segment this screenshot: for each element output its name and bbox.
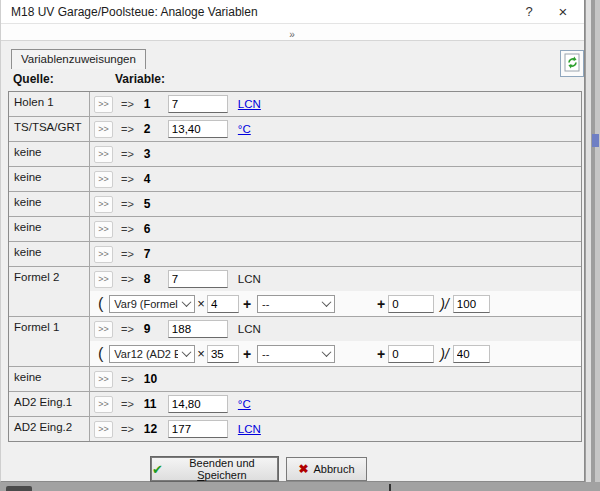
unit-link[interactable]: °C <box>238 398 251 410</box>
formula-variable-select[interactable]: Var9 (Formel 1 <box>109 295 195 313</box>
variable-number: 2 <box>144 122 166 136</box>
refresh-icon <box>564 53 581 75</box>
variable-number: 6 <box>144 222 166 236</box>
value-input[interactable] <box>168 270 228 288</box>
formula-row: ( Var12 (AD2 Ei × + -- + )/ <box>90 341 581 366</box>
row-expand-button[interactable]: >> <box>94 196 113 213</box>
row-expand-button[interactable]: >> <box>94 96 113 113</box>
row-expand-button[interactable]: >> <box>94 371 113 388</box>
source-label: keine <box>9 217 90 241</box>
table-row: keine >> => 5 <box>9 192 581 217</box>
assign-arrow: => <box>121 98 134 110</box>
source-label: keine <box>9 367 90 391</box>
factor-input[interactable] <box>207 295 239 313</box>
variable-number: 1 <box>144 97 166 111</box>
row-expand-button[interactable]: >> <box>94 146 113 163</box>
open-paren: ( <box>98 295 103 313</box>
help-button[interactable]: ? <box>512 0 546 23</box>
unit-link[interactable]: LCN <box>238 423 261 435</box>
row-expand-button[interactable]: >> <box>94 246 113 263</box>
source-label: keine <box>9 192 90 216</box>
collapsed-panel-bar: » <box>1 24 584 41</box>
table-row: Holen 1 >> => 1 LCN <box>9 92 581 117</box>
formula-variable-select[interactable]: Var12 (AD2 Ei <box>109 345 195 363</box>
cancel-button-label: Abbruch <box>314 463 355 475</box>
background-bottom-strip <box>0 482 600 491</box>
variable-number: 5 <box>144 197 166 211</box>
save-button-label: Beenden und Speichern <box>167 457 277 481</box>
variable-number: 3 <box>144 147 166 161</box>
formula-variable2-select[interactable]: -- <box>257 345 335 363</box>
open-paren: ( <box>98 345 103 363</box>
chevron-down-icon <box>182 347 192 357</box>
value-input[interactable] <box>168 395 228 413</box>
background-artifact <box>592 134 599 147</box>
background-artifact <box>389 484 391 491</box>
source-label: Formel 2 <box>9 267 90 316</box>
table-row: keine >> => 7 <box>9 242 581 267</box>
save-and-exit-button[interactable]: ✔ Beenden und Speichern <box>151 457 278 481</box>
divisor-input[interactable] <box>453 295 490 313</box>
close-paren-divide: )/ <box>440 346 449 362</box>
value-input[interactable] <box>168 320 228 338</box>
titlebar: M18 UV Garage/Poolsteue: Analoge Variabl… <box>1 0 584 24</box>
assign-arrow: => <box>121 123 134 135</box>
close-icon[interactable]: × <box>546 0 580 23</box>
cancel-button[interactable]: ✖ Abbruch <box>286 457 367 481</box>
formula-variable2-select[interactable]: -- <box>257 295 335 313</box>
unit-link[interactable]: LCN <box>238 98 261 110</box>
source-label: keine <box>9 242 90 266</box>
formula-row: ( Var9 (Formel 1 × + -- + )/ <box>90 291 581 316</box>
value-input[interactable] <box>168 95 228 113</box>
variable-number: 12 <box>144 422 166 436</box>
column-header-quelle: Quelle: <box>13 72 54 86</box>
row-expand-button[interactable]: >> <box>94 421 113 438</box>
chevron-down-icon <box>322 297 332 307</box>
x-icon: ✖ <box>298 462 308 476</box>
plus-operator: + <box>243 296 251 312</box>
assign-arrow: => <box>121 173 134 185</box>
variable-number: 4 <box>144 172 166 186</box>
table-row: keine >> => 10 <box>9 367 581 392</box>
table-row: AD2 Eing.1 >> => 11 °C <box>9 392 581 417</box>
table-row: keine >> => 3 <box>9 142 581 167</box>
tab-variablenzuweisungen[interactable]: Variablenzuweisungen <box>11 49 146 69</box>
variable-number: 8 <box>144 272 166 286</box>
row-expand-button[interactable]: >> <box>94 121 113 138</box>
source-label: AD2 Eing.1 <box>9 392 90 416</box>
multiply-operator: × <box>197 296 205 311</box>
unit-link[interactable]: °C <box>238 123 251 135</box>
assign-arrow: => <box>121 423 134 435</box>
table-row: Formel 2 >> => 8 LCN ( Var9 (Formel 1 × … <box>9 267 581 317</box>
row-expand-button[interactable]: >> <box>94 171 113 188</box>
screen: M18 UV Garage/Poolsteue: Analoge Variabl… <box>0 0 600 491</box>
variable-number: 10 <box>144 372 166 386</box>
assign-arrow: => <box>121 323 134 335</box>
variable-number: 9 <box>144 322 166 336</box>
panel-expander-button[interactable]: » <box>279 27 306 42</box>
assign-arrow: => <box>121 273 134 285</box>
factor-input[interactable] <box>207 345 239 363</box>
source-label: AD2 Eing.2 <box>9 417 90 441</box>
table-row: TS/TSA/GRT >> => 2 °C <box>9 117 581 142</box>
refresh-button[interactable] <box>560 50 584 77</box>
source-label: Formel 1 <box>9 317 90 366</box>
row-expand-button[interactable]: >> <box>94 271 113 288</box>
row-expand-button[interactable]: >> <box>94 321 113 338</box>
value-input[interactable] <box>168 420 228 438</box>
chevron-down-icon <box>322 347 332 357</box>
column-header-variable: Variable: <box>115 72 165 86</box>
close-paren-divide: )/ <box>440 296 449 312</box>
offset-input[interactable] <box>388 295 434 313</box>
row-expand-button[interactable]: >> <box>94 221 113 238</box>
rows-container: Holen 1 >> => 1 LCN TS/TSA/GRT >> => 2 °… <box>8 91 582 442</box>
offset-input[interactable] <box>388 345 434 363</box>
divisor-input[interactable] <box>453 345 490 363</box>
assign-arrow: => <box>121 223 134 235</box>
variable-number: 11 <box>144 397 166 411</box>
table-row: Formel 1 >> => 9 LCN ( Var12 (AD2 Ei × +… <box>9 317 581 367</box>
source-label: keine <box>9 167 90 191</box>
variable-number: 7 <box>144 247 166 261</box>
value-input[interactable] <box>168 120 228 138</box>
row-expand-button[interactable]: >> <box>94 396 113 413</box>
